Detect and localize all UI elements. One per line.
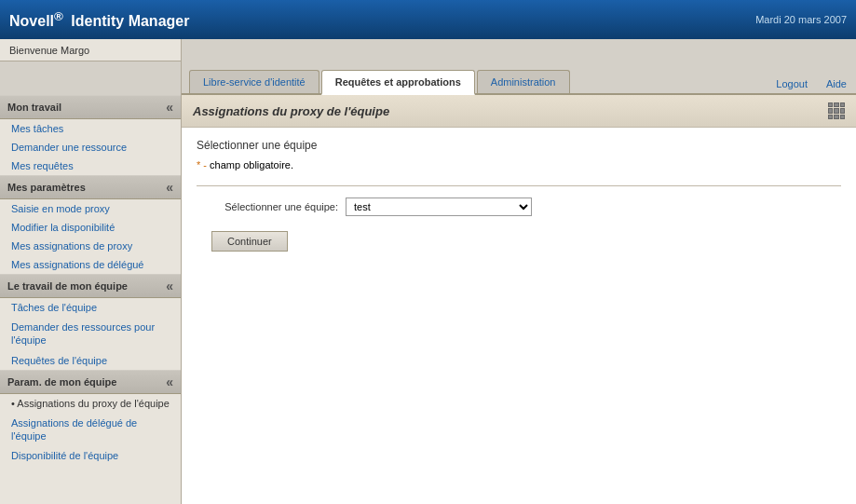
form-row-equipe: Sélectionner une équipe: test — [197, 198, 841, 216]
tab-libre-service[interactable]: Libre-service d'identité — [189, 70, 319, 93]
logo-novell: Novell® — [9, 13, 63, 29]
grid-cell — [828, 102, 833, 107]
tab-requetes[interactable]: Requêtes et approbations — [321, 70, 475, 95]
form-actions: Continuer — [197, 227, 841, 252]
app-logo: Novell® Identity Manager — [9, 9, 189, 30]
sidebar-section-mes-parametres: Mes paramètres « — [0, 175, 181, 199]
collapse-mon-travail-icon[interactable]: « — [166, 100, 173, 115]
main-layout: Mon travail « Mes tâches Demander une re… — [0, 95, 856, 504]
form-divider — [197, 185, 841, 186]
sidebar-item-mes-requetes[interactable]: Mes requêtes — [0, 157, 181, 175]
grid-view-icon[interactable] — [828, 102, 845, 119]
sidebar-section-mon-travail-label: Mon travail — [7, 102, 61, 113]
logo-product: Identity Manager — [71, 13, 189, 29]
collapse-mes-parametres-icon[interactable]: « — [166, 180, 173, 195]
sidebar-item-mes-taches[interactable]: Mes tâches — [0, 119, 181, 138]
grid-cell — [840, 102, 845, 107]
sidebar-section-mes-parametres-label: Mes paramètres — [7, 182, 86, 193]
sidebar-section-travail-equipe-label: Le travail de mon équipe — [7, 280, 128, 292]
grid-cell — [828, 108, 833, 113]
logo-reg: ® — [54, 9, 63, 23]
grid-cell — [834, 108, 838, 113]
content-header: Assignations du proxy de l'équipe — [182, 95, 856, 128]
equipe-select[interactable]: test — [346, 198, 532, 216]
continuer-button[interactable]: Continuer — [211, 231, 288, 252]
sidebar-item-taches-equipe[interactable]: Tâches de l'équipe — [0, 298, 181, 317]
app-header: Novell® Identity Manager Mardi 20 mars 2… — [0, 0, 856, 39]
grid-cell — [834, 115, 838, 119]
grid-cell — [840, 115, 845, 119]
sidebar-item-modifier-dispo[interactable]: Modifier la disponibilité — [0, 218, 181, 237]
sidebar-item-assignations-delegue-equipe[interactable]: Assignations de délégué de l'équipe — [0, 413, 181, 447]
user-greeting: Bienvenue Margo — [9, 45, 89, 56]
sidebar: Mon travail « Mes tâches Demander une re… — [0, 95, 182, 504]
sidebar-item-requetes-equipe[interactable]: Requêtes de l'équipe — [0, 351, 181, 370]
grid-cell — [840, 108, 845, 113]
collapse-travail-equipe-icon[interactable]: « — [166, 279, 173, 293]
sidebar-item-dispo-equipe[interactable]: Disponibilité de l'équipe — [0, 446, 181, 465]
form-label-equipe: Sélectionner une équipe: — [197, 201, 346, 212]
sidebar-section-travail-equipe: Le travail de mon équipe « — [0, 274, 181, 298]
grid-cell — [834, 102, 838, 107]
collapse-param-equipe-icon[interactable]: « — [166, 375, 173, 389]
logout-link[interactable]: Logout — [767, 75, 817, 93]
sidebar-item-saisie-proxy[interactable]: Saisie en mode proxy — [0, 199, 181, 218]
sidebar-item-demander-ressource[interactable]: Demander une ressource — [0, 138, 181, 157]
required-text: champ obligatoire. — [210, 159, 293, 170]
required-note: * - champ obligatoire. — [197, 159, 841, 170]
user-greeting-bar: Bienvenue Margo — [0, 39, 181, 61]
sidebar-section-mon-travail: Mon travail « — [0, 95, 181, 119]
section-title: Sélectionner une équipe — [197, 139, 841, 152]
grid-cell — [828, 115, 833, 119]
sidebar-item-mes-assignations-proxy[interactable]: Mes assignations de proxy — [0, 237, 181, 255]
sidebar-item-demander-ressources-equipe[interactable]: Demander des ressources pour l'équipe — [0, 317, 181, 351]
sidebar-item-assignations-proxy-equipe[interactable]: Assignations du proxy de l'équipe — [0, 394, 181, 413]
tab-administration[interactable]: Administration — [477, 70, 570, 93]
aide-link[interactable]: Aide — [817, 75, 856, 93]
sidebar-section-param-equipe-label: Param. de mon équipe — [7, 376, 116, 388]
tabs-bar: Libre-service d'identité Requêtes et app… — [182, 61, 856, 95]
content-area: Assignations du proxy de l'équipe Sélect… — [182, 95, 856, 504]
header-date: Mardi 20 mars 2007 — [755, 14, 847, 25]
sidebar-section-param-equipe: Param. de mon équipe « — [0, 370, 181, 394]
content-title: Assignations du proxy de l'équipe — [193, 104, 389, 118]
content-body: Sélectionner une équipe * - champ obliga… — [182, 128, 856, 263]
required-star: * — [197, 159, 200, 170]
sidebar-item-mes-assignations-delegue[interactable]: Mes assignations de délégué — [0, 255, 181, 274]
